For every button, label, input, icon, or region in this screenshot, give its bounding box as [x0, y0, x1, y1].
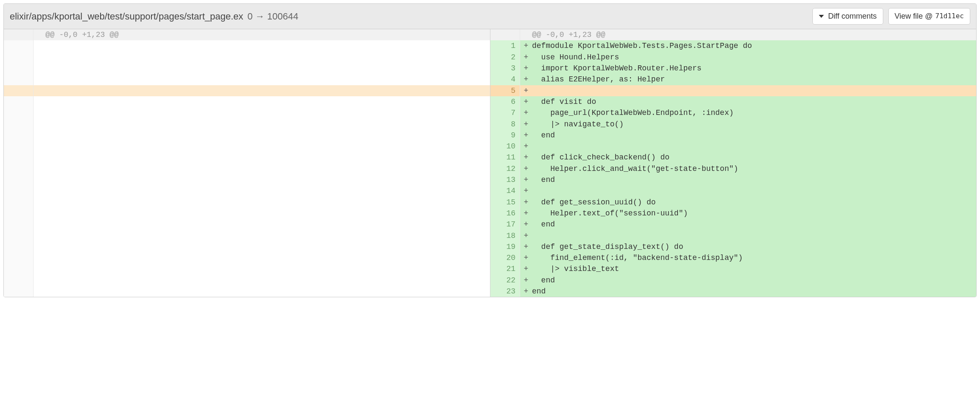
diff-line-old: [4, 197, 490, 208]
old-line-number[interactable]: [4, 85, 34, 96]
old-mark: [34, 85, 45, 96]
diff-line-old: [4, 40, 490, 51]
old-line-number[interactable]: [4, 252, 34, 263]
diff-line-new: 2+ use Hound.Helpers: [490, 52, 976, 63]
new-line-number[interactable]: 14: [490, 185, 520, 196]
mark-left: [34, 29, 45, 40]
old-line-number[interactable]: [4, 152, 34, 163]
old-line-number[interactable]: [4, 141, 34, 152]
old-line-number[interactable]: [4, 74, 34, 85]
new-line-number[interactable]: 18: [490, 230, 520, 241]
new-code: [532, 185, 976, 196]
hunk-right: @@ -0,0 +1,23 @@: [490, 29, 976, 40]
diff-lines: 1+defmodule KportalWebWeb.Tests.Pages.St…: [4, 40, 976, 297]
file-path[interactable]: elixir/apps/kportal_web/test/support/pag…: [10, 11, 243, 22]
new-line-number[interactable]: 5: [490, 85, 520, 96]
old-code: [45, 241, 490, 252]
diff-line-old: [4, 107, 490, 118]
old-line-number[interactable]: [4, 230, 34, 241]
old-line-number[interactable]: [4, 107, 34, 118]
new-line-number[interactable]: 11: [490, 152, 520, 163]
new-line-number[interactable]: 1: [490, 40, 520, 51]
add-mark: +: [520, 40, 532, 51]
new-line-number[interactable]: 6: [490, 96, 520, 107]
old-line-number[interactable]: [4, 263, 34, 274]
new-line-number[interactable]: 20: [490, 252, 520, 263]
new-line-number[interactable]: 13: [490, 174, 520, 185]
diff-line-old: [4, 163, 490, 174]
new-code: use Hound.Helpers: [532, 52, 976, 63]
new-line-number[interactable]: 2: [490, 52, 520, 63]
gutter-left: [4, 29, 34, 40]
new-code: Helper.text_of("session-uuid"): [532, 208, 976, 219]
add-mark: +: [520, 286, 532, 297]
diff-line-new: 5+: [490, 85, 976, 96]
old-line-number[interactable]: [4, 163, 34, 174]
old-mark: [34, 219, 45, 230]
old-line-number[interactable]: [4, 174, 34, 185]
new-line-number[interactable]: 19: [490, 241, 520, 252]
old-line-number[interactable]: [4, 275, 34, 286]
new-line-number[interactable]: 9: [490, 130, 520, 141]
new-line-number[interactable]: 8: [490, 119, 520, 130]
old-code: [45, 252, 490, 263]
old-line-number[interactable]: [4, 241, 34, 252]
new-line-number[interactable]: 3: [490, 63, 520, 74]
new-line-number[interactable]: 17: [490, 219, 520, 230]
old-mark: [34, 163, 45, 174]
new-line-number[interactable]: 23: [490, 286, 520, 297]
old-line-number[interactable]: [4, 63, 34, 74]
old-line-number[interactable]: [4, 197, 34, 208]
new-code: |> visible_text: [532, 263, 976, 274]
view-file-button[interactable]: View file @71d11ec: [888, 8, 970, 25]
new-line-number[interactable]: 21: [490, 263, 520, 274]
view-file-label: View file @: [895, 11, 933, 22]
diff-line-new: 9+ end: [490, 130, 976, 141]
old-mark: [34, 74, 45, 85]
new-code: alias E2EHelper, as: Helper: [532, 74, 976, 85]
add-mark: +: [520, 163, 532, 174]
new-line-number[interactable]: 12: [490, 163, 520, 174]
new-line-number[interactable]: 7: [490, 107, 520, 118]
old-line-number[interactable]: [4, 52, 34, 63]
diff-line-old: [4, 230, 490, 241]
old-line-number[interactable]: [4, 219, 34, 230]
old-line-number[interactable]: [4, 119, 34, 130]
add-mark: +: [520, 219, 532, 230]
diff-line-old: [4, 263, 490, 274]
new-line-number[interactable]: 22: [490, 275, 520, 286]
old-line-number[interactable]: [4, 208, 34, 219]
diff-line-row: 2+ use Hound.Helpers: [4, 52, 976, 63]
diff-line-new: 23+end: [490, 286, 976, 297]
old-code: [45, 174, 490, 185]
diff-line-row: 23+end: [4, 286, 976, 297]
old-line-number[interactable]: [4, 96, 34, 107]
new-line-number[interactable]: 4: [490, 74, 520, 85]
new-code: end: [532, 275, 976, 286]
diff-line-new: 18+: [490, 230, 976, 241]
old-code: [45, 107, 490, 118]
new-code: page_url(KportalWebWeb.Endpoint, :index): [532, 107, 976, 118]
hunk-text-right: @@ -0,0 +1,23 @@: [532, 29, 976, 40]
new-code: |> navigate_to(): [532, 119, 976, 130]
old-code: [45, 74, 490, 85]
old-mark: [34, 152, 45, 163]
old-code: [45, 208, 490, 219]
diff-line-new: 19+ def get_state_display_text() do: [490, 241, 976, 252]
diff-line-new: 6+ def visit do: [490, 96, 976, 107]
diff-line-row: 22+ end: [4, 275, 976, 286]
new-line-number[interactable]: 10: [490, 141, 520, 152]
diff-line-old: [4, 85, 490, 96]
old-line-number[interactable]: [4, 286, 34, 297]
old-line-number[interactable]: [4, 185, 34, 196]
new-line-number[interactable]: 15: [490, 197, 520, 208]
hunk-text-left: @@ -0,0 +1,23 @@: [45, 29, 490, 40]
new-line-number[interactable]: 16: [490, 208, 520, 219]
old-line-number[interactable]: [4, 40, 34, 51]
diff-line-row: 8+ |> navigate_to(): [4, 119, 976, 130]
diff-line-new: 12+ Helper.click_and_wait("get-state-but…: [490, 163, 976, 174]
diff-line-new: 15+ def get_session_uuid() do: [490, 197, 976, 208]
diff-comments-button[interactable]: Diff comments: [812, 8, 883, 25]
diff-line-new: 1+defmodule KportalWebWeb.Tests.Pages.St…: [490, 40, 976, 51]
old-line-number[interactable]: [4, 130, 34, 141]
